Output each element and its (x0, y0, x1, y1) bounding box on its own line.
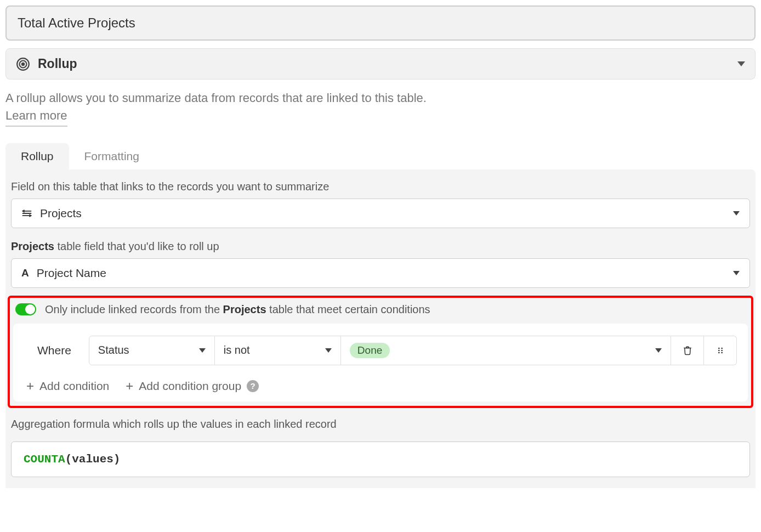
delete-condition-button[interactable] (671, 336, 704, 365)
rollup-field-select[interactable]: A Project Name (11, 258, 750, 288)
conditions-toggle[interactable] (15, 303, 36, 315)
add-buttons-row: + Add condition + Add condition group ? (24, 380, 737, 393)
trash-icon (683, 345, 692, 356)
config-tabs: Rollup Formatting (5, 143, 756, 169)
add-condition-group-label: Add condition group (139, 380, 241, 393)
formula-function: COUNTA (24, 453, 65, 466)
svg-point-9 (721, 349, 723, 351)
aggregation-label: Aggregation formula which rolls up the v… (5, 418, 756, 436)
chevron-down-icon (199, 348, 206, 353)
condition-row: Where Status is not Done (24, 336, 737, 365)
tab-formatting[interactable]: Formatting (69, 143, 155, 169)
condition-value-select[interactable]: Done (341, 336, 671, 365)
add-condition-label: Add condition (39, 380, 109, 393)
chevron-down-icon (733, 211, 740, 216)
conditions-highlight: Only include linked records from the Pro… (8, 296, 753, 408)
condition-field-select[interactable]: Status (89, 336, 215, 365)
text-field-icon: A (21, 267, 29, 279)
where-label: Where (24, 336, 89, 365)
field-type-label: Rollup (38, 56, 730, 71)
add-condition-button[interactable]: + Add condition (26, 380, 109, 393)
rollup-field-label-rest: table field that you'd like to roll up (54, 240, 219, 252)
link-field-label: Field on this table that links to the re… (5, 180, 756, 199)
svg-point-8 (718, 349, 720, 351)
condition-operator-value: is not (224, 344, 317, 356)
drag-icon (716, 346, 725, 355)
plus-icon: + (126, 380, 133, 393)
rollup-field-value: Project Name (37, 267, 725, 280)
svg-point-7 (721, 347, 723, 349)
field-name-input[interactable] (5, 5, 756, 41)
link-field-select[interactable]: Projects (11, 199, 750, 228)
drag-condition-handle[interactable] (704, 336, 737, 365)
help-icon[interactable]: ? (247, 380, 259, 392)
rollup-field-label: Projects table field that you'd like to … (5, 240, 756, 258)
field-type-select[interactable]: Rollup (5, 48, 756, 80)
link-field-value: Projects (40, 207, 725, 220)
rollup-field-label-bold: Projects (11, 240, 54, 252)
aggregation-formula-input[interactable]: COUNTA(values) (11, 442, 750, 477)
link-icon (21, 208, 32, 219)
chevron-down-icon (733, 271, 740, 275)
chevron-down-icon (737, 61, 745, 66)
rollup-config-panel: Field on this table that links to the re… (5, 169, 756, 488)
description-text: A rollup allows you to summarize data fr… (5, 91, 427, 105)
plus-icon: + (26, 380, 34, 393)
chevron-down-icon (325, 348, 332, 353)
condition-operator-select[interactable]: is not (215, 336, 341, 365)
conditions-toggle-label: Only include linked records from the Pro… (45, 303, 430, 316)
learn-more-link[interactable]: Learn more (5, 107, 67, 127)
tab-rollup[interactable]: Rollup (5, 143, 69, 169)
conditions-card: Where Status is not Done (13, 324, 748, 401)
rollup-icon (16, 57, 30, 71)
condition-field-value: Status (98, 344, 191, 356)
svg-point-6 (718, 347, 720, 349)
field-type-description: A rollup allows you to summarize data fr… (5, 89, 756, 127)
add-condition-group-button[interactable]: + Add condition group ? (126, 380, 259, 393)
svg-point-10 (718, 352, 720, 353)
conditions-toggle-row: Only include linked records from the Pro… (13, 303, 748, 324)
svg-point-11 (721, 352, 723, 353)
formula-arg: values (72, 453, 113, 466)
chevron-down-icon (655, 348, 662, 353)
condition-value-pill: Done (350, 343, 390, 358)
svg-point-2 (22, 63, 24, 65)
